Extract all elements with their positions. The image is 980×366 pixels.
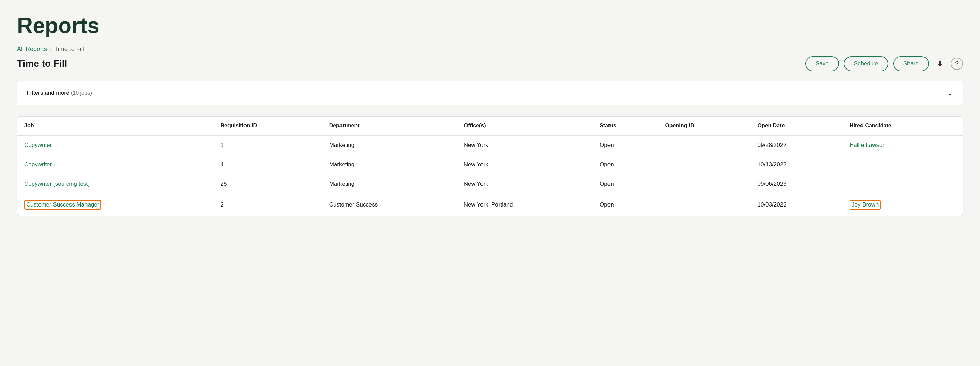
cell-job: Customer Success Manager (18, 194, 213, 216)
col-req-id: Requisition ID (213, 117, 322, 135)
report-title: Time to Fill (17, 58, 67, 69)
cell-opening-id (658, 174, 751, 194)
filters-label: Filters and more (10 jobs) (27, 90, 92, 96)
cell-offices: New York (457, 174, 593, 194)
schedule-button[interactable]: Schedule (844, 56, 888, 71)
breadcrumb: All Reports › Time to Fill (17, 46, 963, 53)
all-reports-link[interactable]: All Reports (17, 46, 47, 53)
job-link[interactable]: Copywriter II (24, 161, 57, 168)
cell-offices: New York (457, 155, 593, 174)
cell-req-id: 1 (213, 135, 322, 155)
table-row: Copywriter [sourcing test]25MarketingNew… (18, 174, 963, 194)
candidate-link[interactable]: Hallie Lawson (850, 142, 886, 148)
col-opening-id: Opening ID (658, 117, 751, 135)
cell-open-date: 09/28/2022 (751, 135, 843, 155)
job-link-highlighted[interactable]: Customer Success Manager (24, 200, 101, 209)
cell-department: Marketing (323, 174, 457, 194)
col-offices: Office(s) (457, 117, 593, 135)
table-row: Customer Success Manager2Customer Succes… (18, 194, 963, 216)
cell-req-id: 2 (213, 194, 322, 216)
col-open-date: Open Date (751, 117, 843, 135)
filters-chevron-icon: ⌄ (947, 89, 953, 97)
col-job: Job (18, 117, 213, 135)
save-button[interactable]: Save (805, 56, 839, 71)
share-button[interactable]: Share (893, 56, 929, 71)
header-actions: Save Schedule Share ⬇ ? (805, 56, 963, 71)
cell-department: Marketing (323, 135, 457, 155)
cell-hired-candidate (843, 174, 963, 194)
table-row: Copywriter II4MarketingNew YorkOpen10/13… (18, 155, 963, 174)
table-body: Copywriter1MarketingNew YorkOpen09/28/20… (18, 135, 963, 216)
cell-open-date: 09/06/2023 (751, 174, 843, 194)
breadcrumb-current: Time to Fill (54, 46, 84, 53)
cell-offices: New York (457, 135, 593, 155)
col-status: Status (593, 117, 658, 135)
cell-hired-candidate: Hallie Lawson (843, 135, 963, 155)
filters-count: (10 jobs) (71, 90, 92, 96)
breadcrumb-separator: › (50, 46, 51, 53)
page-title: Reports (17, 14, 963, 37)
cell-job: Copywriter II (18, 155, 213, 174)
job-link[interactable]: Copywriter [sourcing test] (24, 181, 89, 187)
filters-bar[interactable]: Filters and more (10 jobs) ⌄ (17, 81, 963, 105)
download-button[interactable]: ⬇ (934, 58, 946, 70)
cell-open-date: 10/03/2022 (751, 194, 843, 216)
cell-job: Copywriter [sourcing test] (18, 174, 213, 194)
cell-req-id: 4 (213, 155, 322, 174)
candidate-link-highlighted[interactable]: Joy Brown (850, 200, 881, 209)
cell-req-id: 25 (213, 174, 322, 194)
job-link[interactable]: Copywriter (24, 142, 52, 148)
cell-hired-candidate: Joy Brown (843, 194, 963, 216)
cell-department: Marketing (323, 155, 457, 174)
cell-status: Open (593, 194, 658, 216)
cell-status: Open (593, 174, 658, 194)
help-button[interactable]: ? (951, 58, 963, 70)
table-header: Job Requisition ID Department Office(s) … (18, 117, 963, 135)
cell-job: Copywriter (18, 135, 213, 155)
col-department: Department (323, 117, 457, 135)
report-header: Time to Fill Save Schedule Share ⬇ ? (17, 56, 963, 71)
cell-open-date: 10/13/2022 (751, 155, 843, 174)
cell-department: Customer Success (323, 194, 457, 216)
data-table: Job Requisition ID Department Office(s) … (17, 116, 963, 216)
cell-status: Open (593, 135, 658, 155)
cell-hired-candidate (843, 155, 963, 174)
cell-offices: New York, Portland (457, 194, 593, 216)
col-hired-candidate: Hired Candidate (843, 117, 963, 135)
cell-opening-id (658, 135, 751, 155)
cell-opening-id (658, 194, 751, 216)
cell-opening-id (658, 155, 751, 174)
table-row: Copywriter1MarketingNew YorkOpen09/28/20… (18, 135, 963, 155)
cell-status: Open (593, 155, 658, 174)
